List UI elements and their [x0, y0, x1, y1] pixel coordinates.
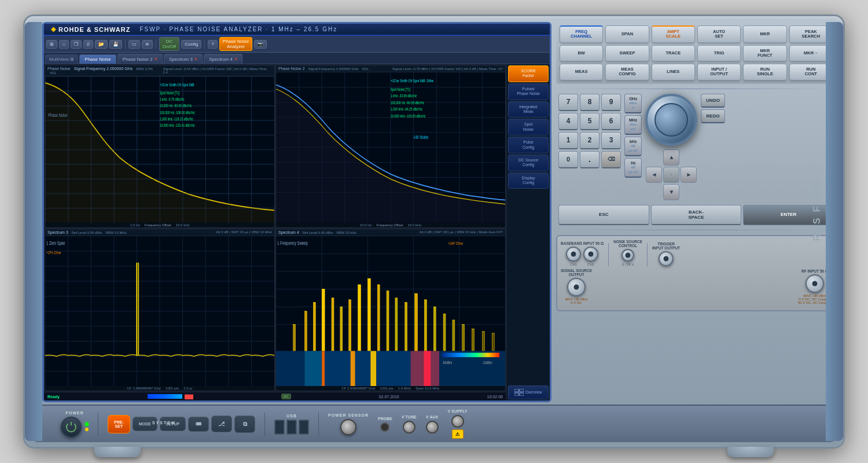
power-button[interactable]: [61, 417, 82, 438]
btn-freq-channel[interactable]: FREQCHANNEL: [560, 25, 603, 43]
arrow-down[interactable]: ▼: [663, 184, 679, 200]
baseband-ch2-connector[interactable]: [583, 247, 598, 262]
svg-text:1 Zero Span: 1 Zero Span: [46, 240, 65, 246]
num-5[interactable]: 5: [580, 113, 599, 130]
btn-mkr[interactable]: MKR: [743, 25, 786, 43]
arrow-center[interactable]: ·: [663, 167, 679, 183]
btn-mkr-funct[interactable]: MKRFUNCT: [743, 45, 786, 62]
btn-span[interactable]: SPAN: [605, 25, 649, 43]
unit-mhz-dbm[interactable]: MHzdBmmV: [624, 115, 642, 135]
arrow-left[interactable]: ◄: [646, 167, 662, 183]
btn-usb-hub[interactable]: ⎇: [211, 416, 232, 432]
btn-lines[interactable]: LINES: [652, 64, 695, 80]
toolbar-help-btn[interactable]: ?: [208, 40, 217, 49]
baseband-ch1-label: CH1: [570, 263, 577, 266]
vtune-label: V TUNE: [402, 415, 417, 419]
num-9[interactable]: 9: [601, 94, 621, 111]
num-1[interactable]: 1: [558, 132, 578, 149]
num-dot[interactable]: .: [580, 151, 599, 168]
toolbar-print-btn[interactable]: ⎙: [83, 40, 93, 49]
tab-close-spectrum-3[interactable]: ×: [194, 56, 197, 62]
toolbar-dc-btn[interactable]: DCOn/Off: [159, 37, 179, 51]
toolbar-open-btn[interactable]: 📂: [95, 40, 108, 49]
usb-port-1[interactable]: [274, 420, 285, 435]
tab-spectrum-4[interactable]: Spectrum 4 ×: [204, 54, 242, 64]
chart-body-1: Phase Noise +1Crsr Smith 1% Spur 0dB Spo…: [45, 76, 274, 223]
sk-pulsed-phase-noise[interactable]: PulsedPhase Noise: [508, 83, 549, 100]
num-3[interactable]: 3: [601, 132, 621, 149]
arrow-up[interactable]: ▲: [663, 149, 679, 166]
phase-curve-svg-2: AM Noise +1Crsr Smith 1% Spur 0dB ·24hw …: [276, 72, 505, 223]
rf-input-connector[interactable]: [806, 274, 824, 293]
sk-overview[interactable]: Overview: [508, 385, 549, 399]
toolbar-config-btn[interactable]: Config: [181, 40, 201, 49]
btn-redo[interactable]: REDO: [701, 109, 725, 123]
btn-ampt-scale[interactable]: AMPTSCALE: [652, 25, 695, 43]
tab-close-phase-noise-2[interactable]: ×: [155, 56, 157, 62]
vsupply-connector[interactable]: [451, 415, 464, 428]
btn-row-1: FREQCHANNEL SPAN AMPTSCALE AUTOSET MKR P…: [560, 25, 833, 43]
tab-multiview[interactable]: MultiView ⊞: [45, 54, 78, 64]
tab-close-spectrum-4[interactable]: ×: [234, 56, 237, 62]
vtune-connector[interactable]: [403, 421, 415, 433]
btn-undo[interactable]: UNDO: [701, 94, 725, 108]
trigger-connector[interactable]: [659, 251, 674, 266]
usb-port-2[interactable]: [286, 420, 297, 435]
sk-spot-noise[interactable]: SpotNoise: [508, 119, 549, 135]
rotary-knob[interactable]: [645, 94, 697, 146]
num-backspace[interactable]: ⌫: [601, 151, 621, 168]
toolbar-screen-btn[interactable]: ▭: [128, 40, 140, 49]
btn-sweep[interactable]: SWEEP: [605, 45, 649, 62]
num-2[interactable]: 2: [580, 132, 599, 149]
btn-run-single[interactable]: RUNSINGLE: [743, 64, 786, 80]
btn-meas[interactable]: MEAS: [560, 64, 603, 80]
btn-backspace[interactable]: BACK-SPACE: [651, 205, 742, 225]
toolbar-measure-btn[interactable]: ≋: [142, 40, 153, 49]
btn-keyboard[interactable]: ⌨: [188, 417, 209, 432]
sk-pulse-config[interactable]: PulseConfig: [508, 137, 549, 153]
tab-phase-noise[interactable]: Phase Noise: [79, 54, 116, 64]
vaux-connector[interactable]: [426, 421, 439, 433]
unit-khz-db[interactable]: kHzdBµs µV: [624, 137, 642, 156]
sk-integrated-meas[interactable]: IntegratedMeas: [508, 101, 549, 118]
toolbar-windows-btn[interactable]: ⊞: [46, 40, 57, 49]
sk-xcorr-factor[interactable]: XCORRFactor: [508, 65, 549, 82]
keypad-knob-area: 7 8 9 4 5 6 1 2 3 0 . ⌫: [556, 94, 836, 200]
power-sensor-connector[interactable]: [340, 419, 356, 435]
bottom-divider-3: [318, 413, 319, 436]
arrow-right[interactable]: ►: [681, 167, 697, 183]
toolbar-save-btn[interactable]: 💾: [109, 40, 122, 49]
toolbar-phase-noise-btn[interactable]: Phase NoiseAnalyzer: [219, 37, 252, 51]
btn-auto-set[interactable]: AUTOSET: [697, 25, 741, 43]
tab-spectrum-3[interactable]: Spectrum 3 ×: [164, 54, 203, 64]
btn-meas-config[interactable]: MEASCONFIG: [605, 64, 649, 80]
num-8[interactable]: 8: [580, 94, 599, 111]
num-7[interactable]: 7: [558, 94, 578, 111]
probe-jack[interactable]: [380, 422, 389, 432]
unit-ghz-dbm[interactable]: GHzdBmV: [624, 94, 642, 113]
weight-warning: ⚠: [452, 429, 464, 439]
tab-phase-noise-2[interactable]: Phase Noise 2 ×: [117, 54, 163, 64]
sk-dc-source-config[interactable]: DC SourceConfig: [508, 155, 549, 171]
btn-esc[interactable]: ESC: [558, 205, 649, 225]
signal-source-connector[interactable]: [567, 278, 586, 296]
num-6[interactable]: 6: [601, 113, 621, 130]
btn-trig[interactable]: TRIG: [697, 45, 741, 62]
btn-screen[interactable]: ⧉: [234, 416, 255, 433]
svg-rect-89: [313, 302, 315, 351]
btn-trace[interactable]: TRACE: [652, 45, 695, 62]
baseband-ch1-connector[interactable]: [566, 247, 581, 262]
usb-port-3[interactable]: [299, 420, 309, 435]
num-4[interactable]: 4: [558, 113, 578, 130]
noise-source-connector[interactable]: [621, 249, 634, 262]
num-0[interactable]: 0: [558, 151, 578, 168]
instrument-label-bar: ◈ ROHDE & SCHWARZ FSWP · PHASE NOISE ANA…: [44, 24, 550, 36]
btn-bw[interactable]: BW: [560, 45, 603, 62]
toolbar-copy-btn[interactable]: ❒: [71, 40, 82, 49]
unit-hz-db[interactable]: HzdBns nV: [624, 158, 642, 178]
btn-input-output[interactable]: INPUT /OUTPUT: [697, 64, 741, 80]
sk-display-config[interactable]: DisplayConfig: [508, 172, 549, 189]
toolbar-screenshot-btn[interactable]: 📷: [254, 40, 267, 49]
btn-preset[interactable]: PRE-SET: [108, 415, 130, 433]
toolbar-home-btn[interactable]: ⌂: [59, 40, 69, 49]
